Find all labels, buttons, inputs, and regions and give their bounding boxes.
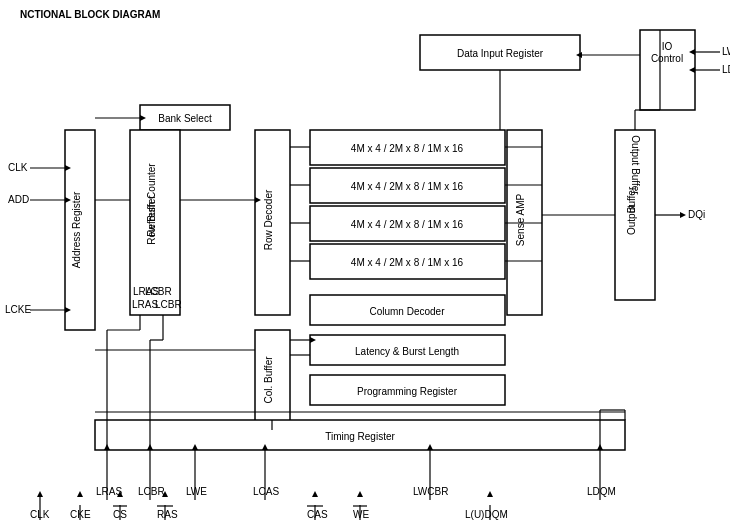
data-input-register-label: Data Input Register: [457, 48, 544, 59]
lcas-label: LCAS: [253, 486, 279, 497]
timing-register-label: Timing Register: [325, 431, 395, 442]
programming-register-label: Programming Register: [357, 386, 458, 397]
svg-text:Buffer: Buffer: [626, 186, 637, 213]
svg-marker-69: [357, 491, 363, 497]
lwe-bottom-label: LWE: [186, 486, 207, 497]
svg-marker-66: [312, 491, 318, 497]
clk2-label: CLK: [30, 509, 50, 520]
svg-text:Control: Control: [651, 53, 683, 64]
ras-label: RAS: [157, 509, 178, 520]
ldqm-bottom-label: LDQM: [587, 486, 616, 497]
lcke-label: LCKE: [5, 304, 31, 315]
mem4-label: 4M x 4 / 2M x 8 / 1M x 16: [351, 257, 464, 268]
lras-inner-label: LRAS: [133, 286, 159, 297]
column-decoder-label: Column Decoder: [369, 306, 445, 317]
output-buffer-label: Output Buffer: [630, 135, 641, 195]
svg-marker-72: [487, 491, 493, 497]
svg-text:Refresh Counter: Refresh Counter: [146, 163, 157, 237]
cas-label: CAS: [307, 509, 328, 520]
svg-marker-56: [37, 491, 43, 497]
row-decoder-label: Row Decoder: [263, 189, 274, 250]
svg-marker-58: [77, 491, 83, 497]
cs-label: CS: [113, 509, 127, 520]
title: NCTIONAL BLOCK DIAGRAM: [20, 9, 160, 20]
dqi-label: DQi: [688, 209, 705, 220]
diagram-container: NCTIONAL BLOCK DIAGRAM IO Control LWE LD…: [0, 0, 730, 520]
we-label: WE: [353, 509, 369, 520]
sense-amp-label: Sense AMP: [515, 194, 526, 247]
mem1-label: 4M x 4 / 2M x 8 / 1M x 16: [351, 143, 464, 154]
latency-burst-label: Latency & Burst Length: [355, 346, 459, 357]
mem3-label: 4M x 4 / 2M x 8 / 1M x 16: [351, 219, 464, 230]
address-register-label: Address Register: [71, 191, 82, 268]
bank-select-label: Bank Select: [158, 113, 212, 124]
cke-label: CKE: [70, 509, 91, 520]
io-control-label: IO: [662, 41, 673, 52]
svg-text:LCBR: LCBR: [155, 299, 182, 310]
lwe-io-label: LWE: [722, 46, 730, 57]
ludqm-label: L(U)DQM: [465, 509, 508, 520]
mem2-label: 4M x 4 / 2M x 8 / 1M x 16: [351, 181, 464, 192]
add-label: ADD: [8, 194, 29, 205]
lwcbr-label: LWCBR: [413, 486, 448, 497]
clk-label: CLK: [8, 162, 28, 173]
svg-marker-10: [680, 212, 686, 218]
col-buffer-label: Col. Buffer: [263, 356, 274, 404]
ldqm-io-label: LDQM: [722, 64, 730, 75]
lcbr-bottom-label: LCBR: [138, 486, 165, 497]
